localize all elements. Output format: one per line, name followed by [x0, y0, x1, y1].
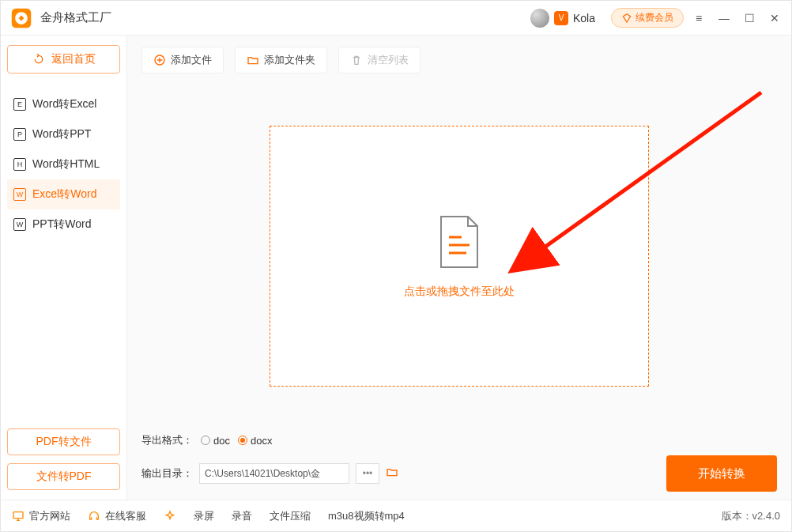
version-text: 版本：v2.4.0 [722, 509, 780, 523]
sidebar-item-label: Word转PPT [32, 127, 91, 141]
start-label: 开始转换 [698, 466, 745, 480]
folder-icon [247, 54, 259, 66]
audio-record-link[interactable]: 录音 [232, 509, 252, 523]
file-to-pdf-label: 文件转PDF [36, 470, 92, 484]
add-file-button[interactable]: 添加文件 [141, 47, 224, 74]
renew-membership-button[interactable]: 续费会员 [611, 8, 684, 28]
sidebar-item-label: Excel转Word [32, 187, 96, 202]
maximize-button[interactable]: ☐ [742, 12, 756, 25]
html-icon: H [13, 158, 26, 171]
renew-label: 续费会员 [635, 11, 673, 25]
sidebar-item-excel-to-word[interactable]: W Excel转Word [7, 179, 120, 209]
word-icon: W [13, 218, 26, 231]
plus-circle-icon [153, 54, 166, 66]
official-site-link[interactable]: 官方网站 [12, 509, 70, 523]
sidebar-item-word-to-ppt[interactable]: P Word转PPT [7, 119, 120, 149]
radio-dot-icon [238, 436, 247, 445]
clear-list-label: 清空列表 [368, 53, 409, 67]
screen-record-link[interactable]: 录屏 [194, 509, 214, 523]
sidebar-item-word-to-excel[interactable]: E Word转Excel [7, 89, 120, 119]
sparkle-icon [164, 510, 176, 523]
online-service-link[interactable]: 在线客服 [88, 509, 146, 523]
m3u8-label: m3u8视频转mp4 [328, 509, 405, 523]
app-title: 金舟格式工厂 [40, 10, 111, 25]
open-folder-button[interactable] [386, 466, 398, 481]
audio-record-label: 录音 [232, 509, 252, 523]
pdf-to-file-button[interactable]: PDF转文件 [7, 428, 120, 455]
username-label: Kola [573, 12, 595, 25]
radio-doc-label: doc [213, 435, 230, 447]
toolbar: 添加文件 添加文件夹 清空列表 [141, 47, 777, 74]
window-controls: ≡ — ☐ ✕ [692, 12, 782, 25]
radio-doc[interactable]: doc [201, 435, 230, 447]
m3u8-link[interactable]: m3u8视频转mp4 [328, 509, 405, 523]
output-dir-row: 输出目录： ••• [141, 463, 398, 484]
sidebar-item-word-to-html[interactable]: H Word转HTML [7, 149, 120, 179]
trash-icon [350, 54, 363, 66]
radio-dot-icon [201, 436, 210, 445]
user-avatar[interactable] [530, 9, 549, 28]
start-convert-button[interactable]: 开始转换 [666, 455, 777, 492]
sidebar-item-label: Word转HTML [32, 157, 100, 172]
minimize-button[interactable]: — [717, 12, 731, 25]
sidebar-item-label: PPT转Word [32, 217, 91, 232]
close-button[interactable]: ✕ [767, 12, 782, 25]
browse-path-button[interactable]: ••• [356, 463, 379, 484]
monitor-icon [12, 510, 25, 523]
promo-link[interactable] [164, 510, 176, 523]
back-home-button[interactable]: 返回首页 [7, 45, 120, 74]
screen-record-label: 录屏 [194, 509, 214, 523]
export-format-label: 导出格式： [141, 433, 193, 447]
statusbar: 官方网站 在线客服 录屏 录音 文件压缩 m3u8视频转mp4 版本：v2.4.… [1, 500, 791, 531]
word-icon: W [13, 188, 26, 201]
back-arrow-icon [32, 53, 45, 66]
ppt-icon: P [13, 128, 26, 141]
diamond-icon [621, 13, 632, 24]
file-to-pdf-button[interactable]: 文件转PDF [7, 463, 120, 490]
file-compress-link[interactable]: 文件压缩 [270, 509, 311, 523]
export-format-row: 导出格式： doc docx [141, 433, 777, 447]
output-path-input[interactable] [199, 463, 349, 484]
pdf-to-file-label: PDF转文件 [36, 435, 92, 449]
add-folder-button[interactable]: 添加文件夹 [235, 47, 327, 74]
sidebar: 返回首页 E Word转Excel P Word转PPT H Word转HTML… [1, 36, 127, 500]
back-label: 返回首页 [51, 52, 96, 66]
titlebar: 金舟格式工厂 V Kola 续费会员 ≡ — ☐ ✕ [1, 1, 791, 36]
radio-docx-label: docx [251, 435, 272, 447]
document-icon [435, 213, 484, 270]
official-site-label: 官方网站 [29, 509, 70, 523]
main-panel: 添加文件 添加文件夹 清空列表 点击或拖拽文件至此处 [127, 36, 791, 500]
excel-icon: E [13, 98, 26, 111]
file-dropzone[interactable]: 点击或拖拽文件至此处 [270, 126, 649, 387]
app-logo-icon [10, 7, 32, 29]
radio-docx[interactable]: docx [238, 435, 272, 447]
online-service-label: 在线客服 [105, 509, 146, 523]
sidebar-item-label: Word转Excel [32, 97, 96, 111]
output-dir-label: 输出目录： [141, 466, 193, 481]
folder-open-icon [386, 466, 398, 478]
file-compress-label: 文件压缩 [270, 509, 311, 523]
headset-icon [88, 510, 100, 523]
add-file-label: 添加文件 [171, 53, 212, 67]
dropzone-text: 点击或拖拽文件至此处 [404, 285, 515, 299]
add-folder-label: 添加文件夹 [264, 53, 315, 67]
menu-button[interactable]: ≡ [692, 12, 706, 25]
vip-badge-icon: V [554, 11, 568, 25]
svg-rect-7 [13, 511, 23, 518]
clear-list-button: 清空列表 [338, 47, 421, 74]
sidebar-item-ppt-to-word[interactable]: W PPT转Word [7, 209, 120, 240]
